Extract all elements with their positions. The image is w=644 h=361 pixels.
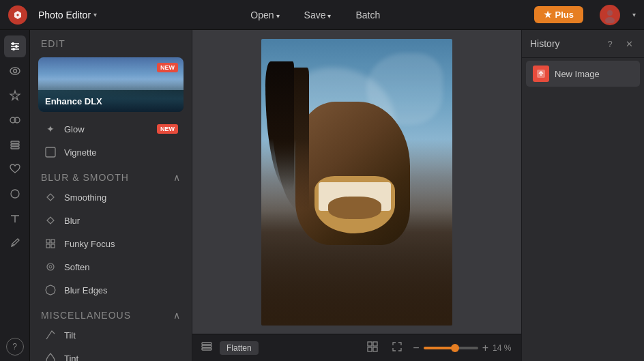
svg-point-1 xyxy=(605,17,615,23)
flatten-button[interactable]: Flatten xyxy=(220,341,259,355)
sidebar-item-funky-focus[interactable]: Funky Focus xyxy=(33,232,189,255)
fit-to-screen-icon-btn[interactable] xyxy=(364,338,381,358)
funky-focus-icon xyxy=(44,237,57,250)
history-header: History ? ✕ xyxy=(522,30,644,58)
layer-icon-btn[interactable] xyxy=(201,340,213,356)
bottom-bar: Flatten − + 14 % xyxy=(192,334,521,361)
preview-icon-btn[interactable] xyxy=(4,60,26,82)
svg-rect-21 xyxy=(51,240,55,243)
open-button[interactable]: Open▾ xyxy=(244,7,286,23)
sidebar-item-tilt[interactable]: Tilt xyxy=(33,323,189,347)
tint-icon xyxy=(44,351,57,361)
enhance-dlx-label: Enhance DLX xyxy=(45,96,102,106)
svg-rect-23 xyxy=(51,244,55,248)
history-panel: History ? ✕ New Image xyxy=(521,30,644,361)
misc-section-collapse-icon[interactable]: ∧ xyxy=(173,310,181,321)
avatar[interactable] xyxy=(600,5,620,25)
text-icon-btn[interactable] xyxy=(4,207,26,229)
save-button[interactable]: Save▾ xyxy=(297,7,338,23)
svg-rect-40 xyxy=(373,342,377,346)
shapes-icon-btn[interactable] xyxy=(4,183,26,205)
new-badge: NEW xyxy=(157,63,178,72)
svg-rect-19 xyxy=(46,147,55,157)
glow-new-badge: NEW xyxy=(157,124,178,134)
canvas-wrap[interactable] xyxy=(192,30,521,334)
sidebar-item-tint[interactable]: Tint xyxy=(33,347,189,361)
glow-label: Glow xyxy=(64,124,85,134)
soften-label: Soften xyxy=(64,262,90,272)
canvas-area: Flatten − + 14 % xyxy=(192,30,521,361)
svg-point-9 xyxy=(13,70,16,73)
sidebar-item-vignette[interactable]: Vignette xyxy=(33,141,189,164)
sidebar-item-soften[interactable]: Soften xyxy=(33,255,189,278)
topbar: Photo Editor ▾ Open▾ Save▾ Batch ★ Plus … xyxy=(0,0,644,30)
vignette-icon xyxy=(44,145,57,159)
star-icon-btn[interactable] xyxy=(4,85,26,106)
fullscreen-icon-btn[interactable] xyxy=(388,338,406,358)
zoom-minus-button[interactable]: − xyxy=(413,342,419,354)
smoothing-icon xyxy=(44,190,57,204)
svg-rect-37 xyxy=(202,345,211,347)
enhance-dlx-card[interactable]: Enhance DLX NEW xyxy=(38,57,184,112)
mountain-layer xyxy=(38,79,184,112)
layers-icon-btn[interactable] xyxy=(4,134,26,156)
tint-label: Tint xyxy=(64,353,78,362)
funky-focus-label: Funky Focus xyxy=(64,239,115,249)
history-help-button[interactable]: ? xyxy=(603,37,617,50)
blur-edges-icon xyxy=(44,283,57,297)
history-new-image-label: New Image xyxy=(555,69,600,79)
svg-rect-13 xyxy=(11,144,19,146)
batch-button[interactable]: Batch xyxy=(349,7,387,23)
history-new-image-item[interactable]: New Image xyxy=(526,61,640,87)
history-item-icon xyxy=(533,66,549,82)
adjustments-icon-btn[interactable] xyxy=(4,35,26,57)
blur-section-label: BLUR & SMOOTH ∧ xyxy=(30,164,192,186)
heart-icon-btn[interactable] xyxy=(4,158,26,180)
sidebar-item-blur-edges[interactable]: Blur Edges xyxy=(33,278,189,302)
svg-rect-42 xyxy=(373,347,377,351)
sidebar-item-smoothing[interactable]: Smoothing xyxy=(33,186,189,209)
svg-rect-20 xyxy=(46,240,50,243)
zoom-plus-button[interactable]: + xyxy=(482,342,488,354)
history-title: History xyxy=(530,38,560,49)
svg-point-5 xyxy=(15,45,18,48)
draw-icon-btn[interactable] xyxy=(4,232,26,254)
svg-point-15 xyxy=(11,190,19,198)
svg-point-7 xyxy=(12,48,15,50)
smoothing-label: Smoothing xyxy=(64,192,106,203)
svg-point-8 xyxy=(10,68,20,74)
avatar-chevron-icon[interactable]: ▾ xyxy=(632,11,636,18)
svg-rect-14 xyxy=(11,147,19,149)
blur-label: Blur xyxy=(64,216,80,226)
sidebar: EDIT Enhance DLX NEW ✦ Glow NEW Vignette xyxy=(30,30,192,361)
help-icon-btn[interactable]: ? xyxy=(6,338,24,356)
app-logo[interactable] xyxy=(8,5,27,25)
svg-point-3 xyxy=(12,42,14,45)
effects-icon-btn[interactable] xyxy=(4,109,26,131)
app-title-wrap[interactable]: Photo Editor ▾ xyxy=(38,10,97,20)
zoom-slider[interactable] xyxy=(424,347,478,349)
svg-rect-22 xyxy=(46,244,50,248)
tilt-icon xyxy=(44,328,57,342)
svg-rect-36 xyxy=(202,343,211,345)
main-layout: ? EDIT Enhance DLX NEW ✦ Glow NEW Vi xyxy=(0,30,644,361)
glow-icon: ✦ xyxy=(44,122,57,136)
svg-point-0 xyxy=(607,10,613,16)
blur-edges-label: Blur Edges xyxy=(64,285,108,295)
svg-point-11 xyxy=(14,117,20,123)
history-close-button[interactable]: ✕ xyxy=(622,37,636,50)
history-header-icons: ? ✕ xyxy=(603,37,636,50)
plus-button[interactable]: ★ Plus xyxy=(534,6,583,23)
blur-section-collapse-icon[interactable]: ∧ xyxy=(173,172,181,183)
blur-icon xyxy=(44,214,57,227)
icon-bar: ? xyxy=(0,30,30,361)
zoom-controls: − + 14 % xyxy=(413,342,513,354)
svg-point-24 xyxy=(47,263,54,270)
sidebar-item-blur[interactable]: Blur xyxy=(33,209,189,232)
app-title: Photo Editor xyxy=(38,10,91,20)
misc-section-label: MISCELLANEOUS ∧ xyxy=(30,302,192,323)
sidebar-item-glow[interactable]: ✦ Glow NEW xyxy=(33,117,189,141)
vignette-label: Vignette xyxy=(64,147,96,158)
star-icon: ★ xyxy=(544,10,552,20)
svg-rect-39 xyxy=(368,342,372,346)
